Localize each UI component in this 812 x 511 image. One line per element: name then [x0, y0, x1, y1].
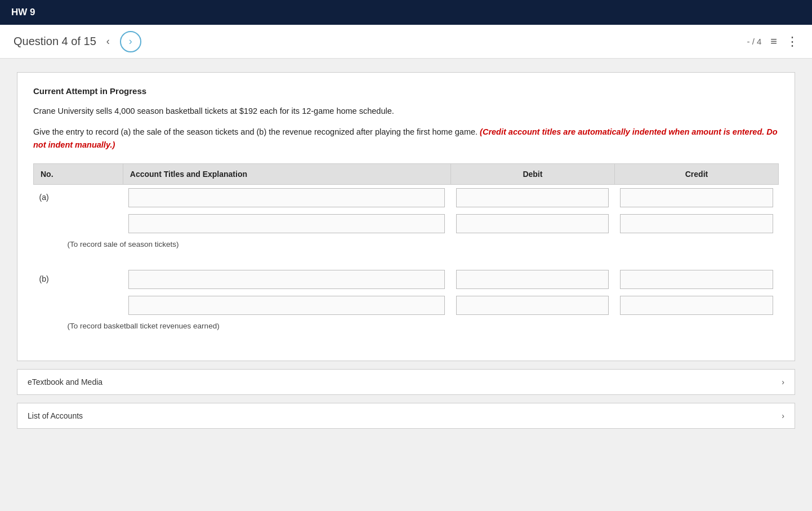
prev-question-button[interactable]: ‹ [103, 33, 113, 50]
a-credit2-input[interactable] [620, 214, 773, 233]
next-arrow-icon: › [129, 35, 132, 47]
list-of-accounts-section[interactable]: List of Accounts › [17, 403, 795, 429]
a-credit1-input[interactable] [620, 188, 773, 207]
question-instruction: Give the entry to record (a) the sale of… [33, 126, 779, 152]
memo-text-a: (To record sale of season tickets) [39, 238, 773, 253]
b-account2-input[interactable] [128, 296, 445, 315]
table-row [34, 211, 779, 237]
col-header-account: Account Titles and Explanation [123, 163, 450, 184]
col-header-debit: Debit [450, 163, 614, 184]
question-header-right: - / 4 ≡ ⋮ [747, 34, 798, 49]
spacer-row [34, 260, 779, 266]
score-display: - / 4 [747, 37, 761, 46]
table-header-row: No. Account Titles and Explanation Debit… [34, 163, 779, 184]
a-debit2-input[interactable] [456, 214, 609, 233]
top-bar: HW 9 [0, 0, 812, 25]
etextbook-label: eTextbook and Media [28, 377, 102, 386]
main-content: Current Attempt in Progress Crane Univer… [0, 59, 812, 511]
etextbook-section[interactable]: eTextbook and Media › [17, 369, 795, 395]
memo-row-a: (To record sale of season tickets) [34, 237, 779, 260]
list-icon[interactable]: ≡ [770, 35, 777, 48]
a-debit1-input[interactable] [456, 188, 609, 207]
b-credit1-input[interactable] [620, 270, 773, 289]
more-icon[interactable]: ⋮ [786, 34, 798, 49]
b-account1-input[interactable] [128, 270, 445, 289]
current-attempt-label: Current Attempt in Progress [33, 86, 779, 96]
list-of-accounts-chevron-icon: › [782, 411, 784, 420]
top-bar-title: HW 9 [11, 7, 35, 18]
etextbook-chevron-icon: › [782, 377, 784, 386]
col-header-no: No. [34, 163, 123, 184]
question-text: Crane University sells 4,000 season bask… [33, 105, 779, 118]
question-header: Question 4 of 15 ‹ › - / 4 ≡ ⋮ [0, 25, 812, 59]
a-account2-input[interactable] [128, 214, 445, 233]
a-account1-input[interactable] [128, 188, 445, 207]
table-row: (b) [34, 266, 779, 292]
instruction-prefix: Give the entry to record (a) the sale of… [33, 127, 480, 136]
col-header-credit: Credit [614, 163, 778, 184]
b-credit2-input[interactable] [620, 296, 773, 315]
entry-table: No. Account Titles and Explanation Debit… [33, 163, 779, 341]
b-debit2-input[interactable] [456, 296, 609, 315]
table-row [34, 292, 779, 318]
memo-text-b: (To record basketball ticket revenues ea… [39, 319, 773, 335]
b-debit1-input[interactable] [456, 270, 609, 289]
table-row: (a) [34, 184, 779, 211]
question-label: Question 4 of 15 [14, 35, 96, 48]
question-header-left: Question 4 of 15 ‹ › [14, 31, 141, 52]
content-card: Current Attempt in Progress Crane Univer… [17, 72, 795, 361]
list-of-accounts-label: List of Accounts [28, 411, 83, 420]
next-question-button[interactable]: › [120, 31, 141, 52]
row-b-label: (b) [34, 266, 123, 292]
row-a-label: (a) [34, 184, 123, 211]
memo-row-b: (To record basketball ticket revenues ea… [34, 318, 779, 341]
